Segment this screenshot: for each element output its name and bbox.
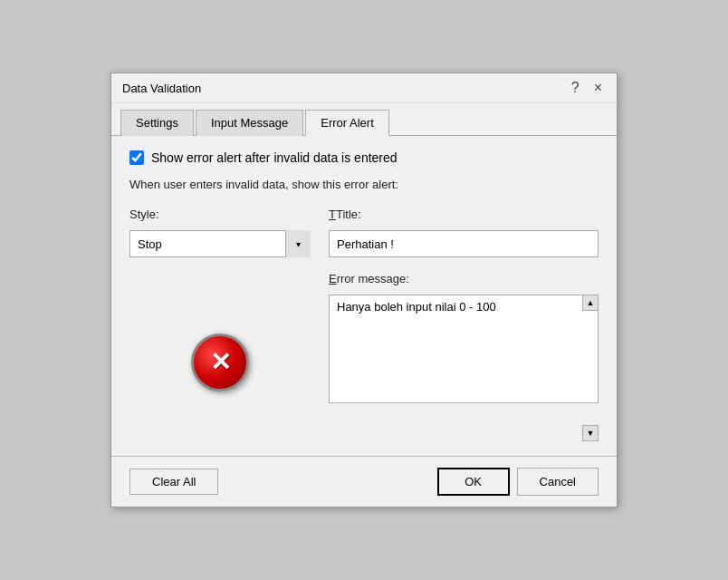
- left-panel: Style: Stop Warning Information ▾: [129, 208, 311, 441]
- title-bar: Data Validation ? ×: [111, 73, 617, 103]
- data-validation-dialog: Data Validation ? × Settings Input Messa…: [110, 72, 618, 508]
- style-label: Style:: [129, 208, 311, 221]
- show-error-alert-row: Show error alert after invalid data is e…: [129, 150, 599, 165]
- stop-icon-area: [129, 283, 311, 441]
- clear-all-button[interactable]: Clear All: [129, 469, 218, 495]
- style-select[interactable]: Stop Warning Information: [129, 230, 311, 257]
- footer: Clear All OK Cancel: [111, 456, 617, 507]
- tab-input-message[interactable]: Input Message: [196, 110, 303, 136]
- tab-bar: Settings Input Message Error Alert: [111, 103, 617, 136]
- textarea-scroll-up-icon[interactable]: ▲: [582, 295, 599, 311]
- form-section: Style: Stop Warning Information ▾ TTitle…: [129, 208, 599, 441]
- help-button[interactable]: ?: [568, 81, 583, 95]
- title-bar-controls: ? ×: [568, 81, 606, 95]
- error-message-wrapper: Hanya boleh input nilai 0 - 100 ▲ ▼: [329, 295, 599, 441]
- tab-error-alert[interactable]: Error Alert: [305, 110, 389, 136]
- cancel-button[interactable]: Cancel: [517, 468, 599, 496]
- title-label: TTitle:: [329, 208, 599, 221]
- ok-button[interactable]: OK: [437, 468, 510, 496]
- dialog-title: Data Validation: [122, 82, 201, 95]
- tab-content: Show error alert after invalid data is e…: [111, 136, 617, 456]
- error-message-textarea[interactable]: Hanya boleh input nilai 0 - 100: [329, 295, 599, 403]
- right-panel: TTitle: Error message: Hanya boleh input…: [329, 208, 599, 441]
- stop-icon: [191, 334, 249, 392]
- style-select-wrapper: Stop Warning Information ▾: [129, 230, 311, 257]
- title-input[interactable]: [329, 230, 599, 257]
- error-message-label: Error message:: [329, 272, 599, 285]
- show-error-alert-checkbox[interactable]: [129, 150, 144, 165]
- tab-settings[interactable]: Settings: [120, 110, 194, 136]
- right-buttons: OK Cancel: [437, 468, 599, 496]
- close-button[interactable]: ×: [590, 81, 606, 95]
- description-text: When user enters invalid data, show this…: [129, 178, 599, 191]
- textarea-scroll-down-icon[interactable]: ▼: [582, 425, 599, 441]
- show-error-alert-label: Show error alert after invalid data is e…: [151, 150, 398, 165]
